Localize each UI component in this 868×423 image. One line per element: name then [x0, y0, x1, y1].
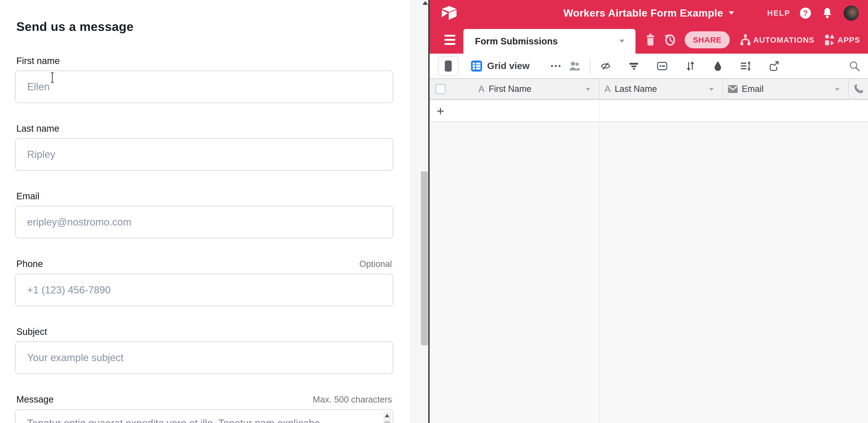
phone-label: Phone: [16, 258, 43, 269]
view-name: Grid view: [487, 61, 530, 71]
share-label: SHARE: [693, 35, 721, 44]
subject-label: Subject: [16, 326, 47, 337]
message-note: Max. 500 characters: [313, 394, 392, 405]
phone-input[interactable]: [15, 274, 393, 306]
form-title: Send us a message: [16, 19, 393, 34]
field-message: Message Max. 500 characters Tenetur opti…: [15, 394, 393, 423]
column-header-email[interactable]: Email: [723, 79, 849, 99]
column-header-last-name[interactable]: A Last Name: [599, 79, 723, 99]
last-name-label: Last name: [16, 123, 59, 134]
text-field-icon: A: [604, 84, 611, 94]
question-icon[interactable]: ?: [800, 8, 811, 19]
trash-button[interactable]: [646, 34, 655, 46]
chevron-down-icon[interactable]: [619, 39, 624, 43]
message-text: Tenetur optio quaerat expedita vero et i…: [27, 417, 370, 423]
filter-button[interactable]: [628, 61, 639, 71]
field-subject: Subject: [15, 326, 393, 374]
last-name-input[interactable]: [15, 138, 393, 171]
email-field-icon: [728, 85, 738, 93]
sort-button[interactable]: [685, 61, 695, 71]
column-divider: [599, 100, 600, 122]
views-sidebar-toggle-button[interactable]: [438, 56, 459, 76]
email-label: Email: [16, 190, 39, 202]
sidebar-icon: [445, 61, 452, 71]
base-title[interactable]: Workers Airtable Form Example: [563, 7, 723, 19]
scroll-up-icon[interactable]: [385, 414, 390, 417]
group-button[interactable]: [657, 61, 668, 71]
page-scrollbar[interactable]: [410, 0, 428, 423]
apps-icon: [825, 34, 835, 46]
first-name-input[interactable]: [15, 70, 393, 103]
field-last-name: Last name: [15, 123, 393, 171]
help-button[interactable]: HELP: [767, 9, 790, 18]
text-field-icon: A: [478, 84, 485, 94]
history-button[interactable]: [664, 34, 676, 46]
message-scrollbar-thumb[interactable]: [384, 421, 390, 423]
scroll-up-icon[interactable]: [423, 1, 428, 5]
column-divider: [599, 123, 600, 423]
row-height-button[interactable]: [740, 61, 751, 71]
message-label: Message: [16, 394, 54, 405]
text-cursor-icon: [51, 72, 54, 83]
airtable-tabbar: Form Submissions: [430, 26, 868, 54]
apps-label: APPS: [837, 35, 860, 44]
airtable-pane: Workers Airtable Form Example HELP ? For…: [430, 0, 868, 423]
tab-label: Form Submissions: [475, 36, 558, 47]
menu-icon[interactable]: [444, 35, 455, 45]
plus-icon[interactable]: +: [437, 103, 444, 119]
grid-header-row: A First Name A Last Name Email: [430, 79, 868, 100]
automations-icon: [740, 34, 751, 46]
column-header-first-name[interactable]: A First Name: [430, 79, 599, 99]
view-toolbar: Grid view •••: [430, 54, 868, 79]
grid-view-button[interactable]: Grid view: [471, 61, 530, 71]
field-first-name: First name: [15, 55, 393, 103]
hide-fields-button[interactable]: [600, 61, 611, 71]
field-email: Email: [15, 190, 393, 238]
add-row[interactable]: +: [430, 100, 868, 122]
tab-form-submissions[interactable]: Form Submissions: [463, 29, 636, 54]
chevron-down-icon[interactable]: [586, 88, 590, 91]
chevron-down-icon[interactable]: [728, 11, 734, 15]
chevron-down-icon[interactable]: [835, 88, 839, 91]
contact-form-pane: Send us a message First name Last name E…: [0, 0, 428, 423]
share-view-button[interactable]: [769, 61, 779, 71]
chevron-down-icon[interactable]: [709, 88, 714, 91]
phone-field-icon: [854, 84, 863, 94]
color-button[interactable]: [713, 61, 723, 71]
automations-label: AUTOMATIONS: [753, 35, 814, 44]
collaborators-icon[interactable]: [568, 61, 581, 71]
column-header-phone[interactable]: Phone: [849, 79, 868, 99]
automations-button[interactable]: AUTOMATIONS: [740, 34, 814, 46]
apps-button[interactable]: APPS: [825, 34, 860, 46]
message-scrollbar[interactable]: [383, 412, 391, 423]
toolbar-divider: [590, 58, 590, 74]
subject-input[interactable]: [15, 341, 393, 374]
page-scrollbar-thumb[interactable]: [421, 172, 428, 345]
grid-body: [430, 123, 868, 423]
message-textarea[interactable]: Tenetur optio quaerat expedita vero et i…: [15, 409, 393, 423]
first-name-label: First name: [16, 55, 60, 66]
phone-note: Optional: [359, 259, 392, 270]
screen: Send us a message First name Last name E…: [0, 0, 868, 423]
share-button[interactable]: SHARE: [685, 31, 730, 48]
grid-view-icon: [471, 61, 482, 71]
search-icon[interactable]: [849, 60, 860, 72]
email-input[interactable]: [15, 206, 393, 238]
field-phone: Phone Optional: [15, 258, 393, 306]
notifications-bell-icon[interactable]: [822, 8, 833, 19]
contact-form: Send us a message First name Last name E…: [15, 0, 393, 423]
avatar[interactable]: [844, 5, 859, 21]
view-options-button[interactable]: •••: [551, 62, 562, 70]
airtable-topbar: Workers Airtable Form Example HELP ?: [430, 0, 868, 26]
